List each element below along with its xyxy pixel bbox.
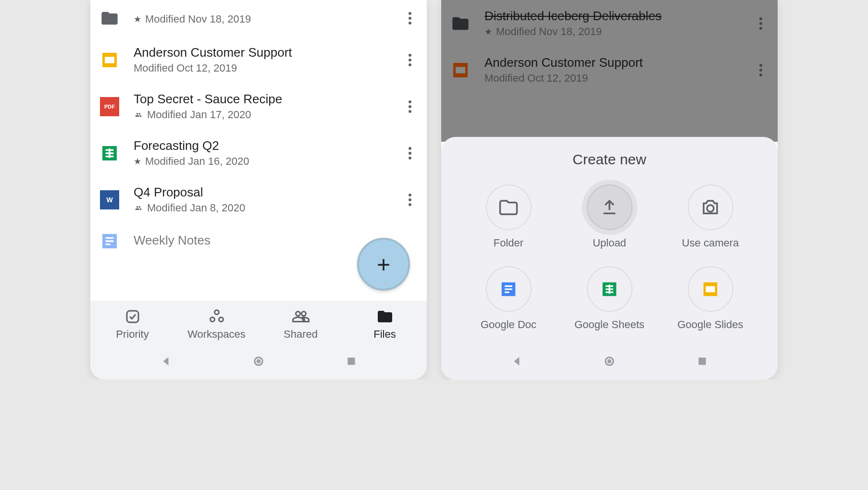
system-nav	[441, 345, 778, 380]
google-slides-icon	[688, 266, 733, 312]
create-folder[interactable]: Folder	[460, 184, 557, 249]
sheets-icon	[100, 144, 119, 163]
home-button[interactable]	[252, 355, 265, 368]
svg-point-21	[608, 359, 612, 364]
star-icon: ★	[134, 14, 141, 24]
folder-outline-icon	[486, 184, 532, 230]
file-row: Anderson Customer Support Modified Oct 1…	[451, 47, 768, 93]
more-button[interactable]	[403, 12, 417, 24]
file-row[interactable]: Forecasting Q2 ★ Modified Jan 16, 2020	[100, 130, 417, 176]
bottom-nav: Priority Workspaces Shared Files	[90, 301, 427, 345]
svg-point-6	[210, 318, 214, 322]
phone-right: Distributed Iceberg Deliverables ★ Modif…	[441, 0, 778, 380]
create-upload[interactable]: Upload	[561, 184, 657, 249]
upload-icon	[587, 184, 632, 230]
workspaces-icon	[208, 308, 225, 325]
create-camera[interactable]: Use camera	[662, 184, 758, 249]
sheet-label: Upload	[593, 237, 626, 249]
sheet-label: Google Slides	[678, 318, 744, 331]
file-info: Anderson Customer Support Modified Oct 1…	[134, 45, 388, 74]
file-info: Q4 Proposal Modified Jan 8, 2020	[134, 185, 388, 214]
sheet-grid: Folder Upload Use camera Google Doc	[451, 184, 768, 341]
nav-files[interactable]: Files	[343, 308, 427, 341]
file-title: Q4 Proposal	[134, 185, 388, 200]
nav-priority[interactable]: Priority	[90, 308, 174, 341]
file-info: Distributed Iceberg Deliverables ★ Modif…	[484, 9, 739, 38]
priority-icon	[124, 308, 141, 325]
nav-label: Priority	[116, 328, 149, 341]
nav-label: Workspaces	[187, 328, 246, 341]
google-doc-icon	[486, 266, 532, 312]
files-nav-icon	[376, 308, 394, 325]
google-sheets-icon	[587, 266, 632, 312]
home-button[interactable]	[603, 355, 616, 368]
svg-point-7	[219, 318, 223, 322]
file-row: Distributed Iceberg Deliverables ★ Modif…	[451, 0, 768, 47]
back-button[interactable]	[510, 355, 523, 368]
svg-point-10	[257, 359, 261, 364]
shared-icon	[134, 205, 143, 211]
svg-rect-18	[706, 286, 715, 292]
file-meta: Modified Jan 8, 2020	[134, 202, 388, 214]
svg-point-5	[214, 310, 219, 315]
pdf-icon: PDF	[100, 97, 119, 116]
file-info: Top Secret - Sauce Recipe Modified Jan 1…	[134, 92, 388, 121]
file-meta: Modified Oct 12, 2019	[134, 62, 388, 74]
svg-rect-1	[105, 57, 114, 63]
create-fab[interactable]: +	[357, 238, 410, 291]
nav-workspaces[interactable]: Workspaces	[174, 308, 259, 341]
file-row[interactable]: PDF Top Secret - Sauce Recipe Modified J…	[100, 83, 417, 130]
file-info: Forecasting Q2 ★ Modified Jan 16, 2020	[134, 138, 388, 168]
more-button	[754, 17, 768, 30]
overview-button[interactable]	[696, 355, 708, 368]
file-title: Forecasting Q2	[134, 138, 388, 153]
svg-rect-11	[348, 357, 355, 365]
word-icon: W	[100, 190, 119, 209]
create-doc[interactable]: Google Doc	[460, 266, 557, 331]
file-info: Anderson Customer Support Modified Oct 1…	[484, 55, 739, 85]
file-list-dimmed: Distributed Iceberg Deliverables ★ Modif…	[441, 0, 778, 142]
svg-rect-4	[127, 311, 138, 322]
file-meta: ★ Modified Jan 16, 2020	[134, 155, 388, 168]
phone-left: ★ Modified Nov 18, 2019 Anderson Custome…	[90, 0, 427, 380]
sheet-label: Google Sheets	[574, 318, 645, 331]
svg-rect-22	[699, 357, 706, 365]
slides-icon	[100, 50, 119, 70]
file-row[interactable]: ★ Modified Nov 18, 2019	[100, 0, 417, 37]
overview-button[interactable]	[345, 355, 358, 368]
slides-icon	[451, 61, 470, 80]
more-button[interactable]	[403, 54, 417, 66]
svg-point-14	[707, 205, 714, 211]
create-sheets[interactable]: Google Sheets	[561, 266, 657, 331]
file-meta: ★ Modified Nov 18, 2019	[134, 13, 388, 25]
nav-label: Files	[373, 328, 396, 341]
nav-shared[interactable]: Shared	[259, 308, 343, 341]
sheet-label: Folder	[494, 237, 523, 249]
more-button[interactable]	[403, 147, 417, 159]
create-slides[interactable]: Google Slides	[662, 266, 758, 331]
folder-icon	[100, 9, 119, 28]
file-title: Top Secret - Sauce Recipe	[134, 92, 388, 107]
star-icon: ★	[484, 26, 492, 37]
more-button[interactable]	[403, 194, 417, 206]
more-button	[754, 64, 768, 76]
file-meta: Modified Jan 17, 2020	[134, 109, 388, 121]
create-sheet: Create new Folder Upload Use camera	[441, 137, 778, 345]
file-title: Anderson Customer Support	[484, 55, 739, 70]
system-nav	[90, 345, 427, 380]
back-button[interactable]	[160, 355, 172, 368]
file-row[interactable]: Anderson Customer Support Modified Oct 1…	[100, 37, 417, 83]
sheet-label: Google Doc	[481, 318, 536, 331]
file-title: Distributed Iceberg Deliverables	[484, 9, 739, 24]
file-row[interactable]: W Q4 Proposal Modified Jan 8, 2020	[100, 176, 417, 223]
more-button[interactable]	[403, 100, 417, 113]
sheet-title: Create new	[451, 151, 768, 168]
shared-icon	[134, 111, 143, 118]
folder-icon	[451, 14, 470, 33]
camera-icon	[688, 184, 733, 230]
star-icon: ★	[134, 156, 141, 167]
shared-nav-icon	[292, 308, 310, 325]
file-title: Anderson Customer Support	[134, 45, 388, 60]
nav-label: Shared	[284, 328, 318, 341]
docs-icon	[100, 232, 119, 251]
